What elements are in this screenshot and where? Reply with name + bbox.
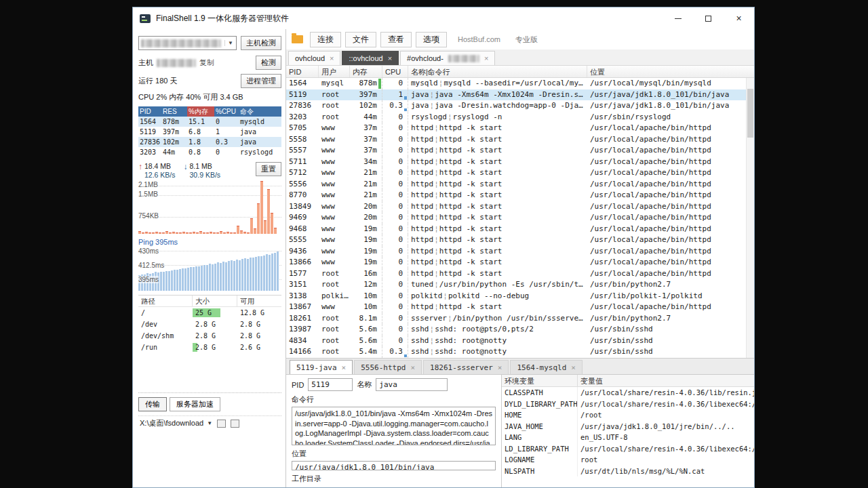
process-row[interactable]: 13849www20m0httpd¦httpd -k start/usr/loc… — [286, 201, 754, 213]
header-memory[interactable]: 内存 — [350, 66, 382, 77]
process-row[interactable]: 5712www21m0httpd¦httpd -k start/usr/loca… — [286, 167, 754, 179]
menu-options[interactable]: 选项 — [416, 32, 447, 47]
detail-tab[interactable]: 5556-httpd× — [354, 360, 422, 374]
path-dropdown-icon[interactable]: ▼ — [207, 420, 212, 426]
env-row[interactable]: LOGNAMEroot — [502, 454, 754, 466]
process-row[interactable]: 5705www37m0httpd¦httpd -k start/usr/loca… — [286, 123, 754, 134]
maximize-button[interactable] — [693, 7, 724, 29]
tab-close-icon[interactable]: × — [330, 54, 334, 62]
process-row[interactable]: 14166root5.4m0.3sshd¦sshd: root@notty/us… — [286, 346, 754, 358]
process-row[interactable]: 5119root397m1java¦java -Xms64m -Xmx1024m… — [286, 89, 754, 101]
tab-close-icon[interactable]: × — [498, 363, 502, 372]
header-res[interactable]: RES — [161, 106, 187, 117]
close-button[interactable]: × — [724, 7, 754, 29]
process-row[interactable]: 5556www21m0httpd¦httpd -k start/usr/loca… — [286, 179, 754, 190]
reset-button[interactable]: 重置 — [256, 162, 281, 176]
disk-row[interactable]: /run2.8 G2.6 G — [138, 342, 281, 353]
disk-row[interactable]: /25 G12.8 G — [138, 307, 281, 319]
location-field[interactable]: /usr/java/jdk1.8.0_101/bin/java — [292, 461, 496, 470]
process-row[interactable]: 3203root44m0rsyslogd¦rsyslogd -n/usr/sbi… — [286, 112, 754, 123]
env-row[interactable]: LANGen_US.UTF-8 — [502, 432, 754, 443]
tab-close-icon[interactable]: × — [410, 363, 415, 372]
sidebar-process-row[interactable]: 320344m0.80rsyslogd — [138, 147, 281, 157]
acceleration-tab[interactable]: 服务器加速 — [170, 397, 220, 411]
process-row[interactable]: 1564mysql878m0mysqld¦mysqld --basedir=/u… — [286, 78, 754, 89]
header-cpu-percent[interactable]: %CPU — [214, 106, 239, 117]
process-row[interactable]: 1577root16m0httpd¦httpd -k start/usr/loc… — [286, 268, 754, 280]
brand-link[interactable]: HostBuf.com — [458, 35, 500, 43]
env-row[interactable]: DYLD_LIBRARY_PATH/usr/local/share/resin-… — [502, 399, 754, 410]
process-row[interactable]: 4834root5.6m0sshd¦sshd: root@notty/usr/s… — [286, 336, 754, 347]
env-value-header[interactable]: 变量值 — [578, 375, 754, 386]
sidebar-process-row[interactable]: 1564878m15.10mysqld — [138, 117, 281, 127]
header-user[interactable]: 用户 — [319, 66, 350, 77]
header-disk-avail[interactable]: 可用 — [237, 296, 281, 307]
env-row[interactable]: LD_LIBRARY_PATH/usr/local/share/resin-4.… — [502, 443, 754, 455]
process-row[interactable]: 27836root102m0.3java¦java -Dresin.watchd… — [286, 100, 754, 112]
process-row[interactable]: 13866www19m0httpd¦httpd -k start/usr/loc… — [286, 257, 754, 268]
process-row[interactable]: 5557www37m0httpd¦httpd -k start/usr/loca… — [286, 145, 754, 157]
env-row[interactable]: HOME/root — [502, 409, 754, 421]
process-row[interactable]: 5711www34m0httpd¦httpd -k start/usr/loca… — [286, 157, 754, 168]
cell-pid: 5558 — [286, 134, 319, 146]
process-row[interactable]: 13867www10m0httpd¦httpd -k start/usr/loc… — [286, 302, 754, 313]
minimize-button[interactable] — [663, 7, 693, 29]
folder-icon[interactable] — [292, 35, 303, 43]
tab-close-icon[interactable]: × — [571, 363, 576, 372]
header-name-cmdline[interactable]: 名称|命令行 — [408, 66, 587, 77]
env-row[interactable]: JAVA_HOME/usr/java/jdk1.8.0_101/jre/bin/… — [502, 421, 754, 432]
pid-field[interactable]: 5119 — [308, 378, 353, 391]
detail-tab[interactable]: 1564-mysqld× — [510, 360, 582, 374]
header-cpu[interactable]: CPU — [382, 66, 408, 77]
process-row[interactable]: 3138polkitd10m0polkitd¦polkitd --no-debu… — [286, 291, 754, 302]
session-tab[interactable]: #ovhcloud-× — [400, 51, 495, 65]
process-row[interactable]: 9469www20m0httpd¦httpd -k start/usr/loca… — [286, 212, 754, 224]
header-disk-size[interactable]: 大小 — [193, 296, 237, 307]
header-command[interactable]: 命令 — [239, 106, 281, 117]
session-tab[interactable]: ovhcloud× — [288, 51, 340, 65]
cell-pid: 8770 — [286, 190, 319, 201]
env-row[interactable]: CLASSPATH/usr/local/share/resin-4.0.36/l… — [502, 387, 754, 399]
process-row[interactable]: 5555www19m0httpd¦httpd -k start/usr/loca… — [286, 235, 754, 246]
refresh-icon[interactable] — [231, 420, 239, 428]
detail-tab[interactable]: 18261-ssserver× — [423, 360, 509, 374]
open-folder-icon[interactable] — [217, 420, 226, 428]
menu-connect[interactable]: 连接 — [310, 32, 341, 47]
detail-tab[interactable]: 5119-java× — [290, 360, 353, 374]
download-path-row[interactable]: X:\桌面\fsdownload ▼ — [138, 415, 281, 430]
process-row[interactable]: 8770www21m0httpd¦httpd -k start/usr/loca… — [286, 190, 754, 201]
process-row[interactable]: 5558www37m0httpd¦httpd -k start/usr/loca… — [286, 134, 754, 146]
env-row[interactable]: NLSPATH/usr/dt/lib/nls/msg/%L/%N.cat — [502, 466, 754, 477]
detect-button[interactable]: 检测 — [256, 56, 281, 70]
header-mem-percent[interactable]: %内存 — [187, 106, 214, 117]
header-pid[interactable]: PID — [138, 106, 161, 117]
cmdline-field[interactable]: /usr/java/jdk1.8.0_101/bin/java -Xms64m … — [292, 407, 496, 445]
sidebar-process-row[interactable]: 5119397m6.81java — [138, 127, 281, 137]
name-field[interactable]: java — [376, 378, 448, 391]
host-detect-button[interactable]: 主机检测 — [241, 36, 281, 50]
process-row[interactable]: 3151root12m0tuned¦/usr/bin/python -Es /u… — [286, 279, 754, 291]
process-row[interactable]: 13987root5.6m0sshd¦sshd: root@pts/0,pts/… — [286, 324, 754, 336]
process-manage-button[interactable]: 进程管理 — [241, 74, 281, 88]
env-name-header[interactable]: 环境变量 — [502, 375, 578, 386]
copy-link[interactable]: 复制 — [199, 58, 214, 68]
process-row[interactable]: 9468www19m0httpd¦httpd -k start/usr/loca… — [286, 224, 754, 235]
tab-close-icon[interactable]: × — [388, 54, 392, 62]
menu-file[interactable]: 文件 — [345, 32, 376, 47]
header-pid[interactable]: PID — [286, 66, 319, 77]
tab-close-icon[interactable]: × — [342, 363, 347, 372]
vertical-scrollbar[interactable] — [746, 78, 754, 358]
disk-row[interactable]: /dev/shm2.8 G2.8 G — [138, 330, 281, 342]
process-row[interactable]: 9436www19m0httpd¦httpd -k start/usr/loca… — [286, 246, 754, 258]
disk-row[interactable]: /dev2.8 G2.8 G — [138, 319, 281, 330]
tab-close-icon[interactable]: × — [484, 54, 488, 62]
session-tab[interactable]: ::ovhcloud× — [342, 51, 399, 65]
menu-view[interactable]: 查看 — [380, 32, 412, 47]
transfer-tab[interactable]: 传输 — [138, 397, 167, 411]
header-disk-path[interactable]: 路径 — [138, 296, 193, 307]
scrollbar-thumb[interactable] — [747, 89, 753, 138]
sidebar-process-row[interactable]: 27836102m1.80.3java — [138, 137, 281, 147]
host-combobox[interactable]: ▼ — [138, 36, 237, 50]
header-location[interactable]: 位置 — [587, 66, 754, 77]
process-row[interactable]: 18261root8.1m0ssserver¦/bin/python /usr/… — [286, 313, 754, 325]
